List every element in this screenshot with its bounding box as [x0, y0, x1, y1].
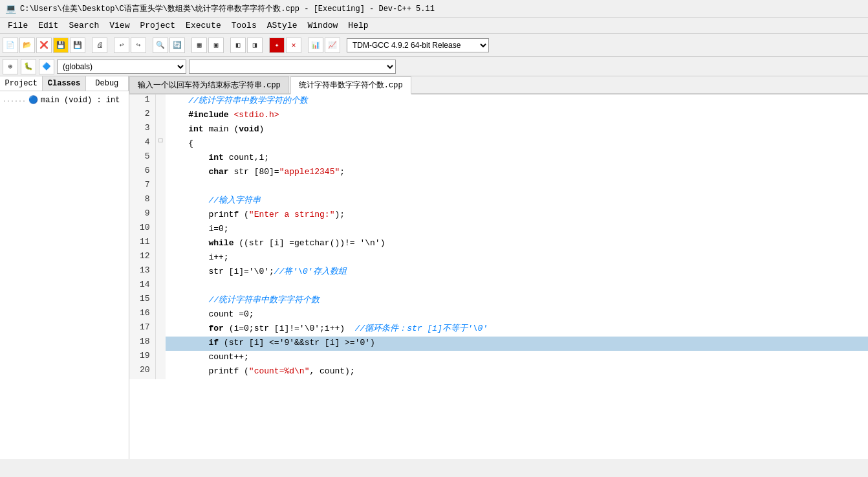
code-line-9: 9 printf ("Enter a string:"); [129, 208, 868, 223]
sidebar-tree-item[interactable]: ...... 🔵 main (void) : int [3, 94, 126, 106]
menu-item-search[interactable]: Search [63, 19, 104, 32]
undo-button[interactable]: ↩ [114, 38, 129, 53]
sidebar-tab-classes[interactable]: Classes [43, 76, 85, 91]
toolbar2: ⊕ 🐛 🔷 (globals) [0, 57, 868, 76]
run-button[interactable]: ✕ [286, 38, 301, 53]
code-line-16: 16 count =0; [129, 308, 868, 322]
toggle2-button[interactable]: ◨ [247, 38, 263, 53]
sidebar-tree: ...... 🔵 main (void) : int [0, 91, 129, 109]
menu-item-project[interactable]: Project [135, 19, 180, 32]
print-button[interactable]: 🖨 [92, 38, 107, 53]
line-content: int count,i; [166, 151, 868, 166]
code-line-6: 6 char str [80]="apple12345"; [129, 166, 868, 180]
redo-button[interactable]: ↪ [131, 38, 146, 53]
line-content [166, 180, 868, 194]
line-number: 11 [129, 237, 155, 251]
code-line-12: 12 i++; [129, 251, 868, 265]
indent-button[interactable]: ▦ [191, 38, 207, 53]
code-editor[interactable]: 输入一个以回车符为结束标志字符串.cpp 统计字符串数字字符个数.cpp 1 /… [129, 76, 868, 459]
fold-marker [155, 94, 166, 109]
code-line-13: 13 str [i]='\0';//将'\0'存入数组 [129, 265, 868, 280]
main-area: Project Classes Debug ...... 🔵 main (voi… [0, 76, 868, 459]
fold-marker [155, 194, 166, 208]
code-line-2: 2 #include <stdio.h> [129, 109, 868, 123]
fold-marker [155, 322, 166, 337]
line-number: 1 [129, 94, 155, 109]
debug2-button[interactable]: 🔷 [39, 59, 54, 74]
code-line-14: 14 [129, 280, 868, 294]
add-watchpoint-button[interactable]: ⊕ [3, 59, 18, 74]
fold-marker [155, 280, 166, 294]
line-content: str [i]='\0';//将'\0'存入数组 [166, 265, 868, 280]
code-table: 1 //统计字符串中数学字符的个数2 #include <stdio.h>3 i… [129, 94, 868, 379]
sidebar-tab-debug[interactable]: Debug [86, 76, 129, 91]
fold-marker [155, 208, 166, 223]
compile-button[interactable]: ✦ [269, 38, 285, 53]
menu-item-astyle[interactable]: AStyle [262, 19, 303, 32]
save-all-button[interactable]: 💾 [70, 38, 85, 53]
sidebar: Project Classes Debug ...... 🔵 main (voi… [0, 76, 129, 459]
save-button[interactable]: 💾 [53, 38, 69, 53]
fold-marker[interactable]: □ [155, 137, 166, 151]
fold-marker [155, 351, 166, 365]
fold-marker [155, 237, 166, 251]
line-number: 2 [129, 109, 155, 123]
menu-item-view[interactable]: View [104, 19, 135, 32]
unindent-button[interactable]: ▣ [208, 38, 224, 53]
line-content: count++; [166, 351, 868, 365]
sidebar-tab-project[interactable]: Project [0, 76, 43, 91]
code-line-3: 3 int main (void) [129, 123, 868, 137]
tree-dots: ...... [3, 96, 26, 104]
menu-item-edit[interactable]: Edit [33, 19, 63, 32]
fold-marker [155, 265, 166, 280]
chart-button[interactable]: 📊 [308, 38, 323, 53]
code-line-8: 8 //输入字符串 [129, 194, 868, 208]
file-tab-1[interactable]: 输入一个以回车符为结束标志字符串.cpp [129, 76, 289, 93]
file-tab-2[interactable]: 统计字符串数字字符个数.cpp [290, 76, 411, 94]
code-line-11: 11 while ((str [i] =getchar())!= '\n') [129, 237, 868, 251]
chart2-button[interactable]: 📈 [325, 38, 340, 53]
close-button[interactable]: ❌ [36, 38, 52, 53]
line-content: int main (void) [166, 123, 868, 137]
line-number: 18 [129, 337, 155, 351]
code-line-20: 20 printf ("count=%d\n", count); [129, 365, 868, 379]
line-number: 14 [129, 280, 155, 294]
scope-select[interactable]: (globals) [57, 60, 186, 74]
debug-button[interactable]: 🐛 [21, 59, 36, 74]
fold-marker [155, 166, 166, 180]
line-content: i++; [166, 251, 868, 265]
new-button[interactable]: 📄 [3, 38, 18, 53]
line-number: 19 [129, 351, 155, 365]
sidebar-tabs: Project Classes Debug [0, 76, 129, 91]
symbol-select[interactable] [189, 60, 396, 74]
code-line-1: 1 //统计字符串中数学字符的个数 [129, 94, 868, 109]
menu-item-execute[interactable]: Execute [180, 19, 226, 32]
line-number: 6 [129, 166, 155, 180]
menu-item-file[interactable]: File [3, 19, 33, 32]
line-content [166, 280, 868, 294]
line-content: printf ("count=%d\n", count); [166, 365, 868, 379]
fold-marker [155, 308, 166, 322]
line-content: for (i=0;str [i]!='\0';i++) //循环条件：str [… [166, 322, 868, 337]
menu-item-tools[interactable]: Tools [226, 19, 262, 32]
find-button[interactable]: 🔍 [153, 38, 168, 53]
menu-item-window[interactable]: Window [303, 19, 343, 32]
open-button[interactable]: 📂 [19, 38, 35, 53]
compiler-select[interactable]: TDM-GCC 4.9.2 64-bit Release [347, 38, 489, 52]
menu-bar: FileEditSearchViewProjectExecuteToolsASt… [0, 18, 868, 34]
app-icon: 💻 [5, 3, 16, 14]
line-number: 15 [129, 294, 155, 308]
code-line-18: 18 if (str [i] <='9'&&str [i] >='0') [129, 337, 868, 351]
line-number: 7 [129, 180, 155, 194]
code-line-4: 4□ { [129, 137, 868, 151]
replace-button[interactable]: 🔄 [169, 38, 185, 53]
toggle-button[interactable]: ◧ [230, 38, 246, 53]
line-content: //统计字符串中数字字符个数 [166, 294, 868, 308]
line-content: printf ("Enter a string:"); [166, 208, 868, 223]
line-number: 20 [129, 365, 155, 379]
menu-item-help[interactable]: Help [343, 19, 373, 32]
fold-marker [155, 180, 166, 194]
code-line-5: 5 int count,i; [129, 151, 868, 166]
line-number: 17 [129, 322, 155, 337]
line-number: 5 [129, 151, 155, 166]
